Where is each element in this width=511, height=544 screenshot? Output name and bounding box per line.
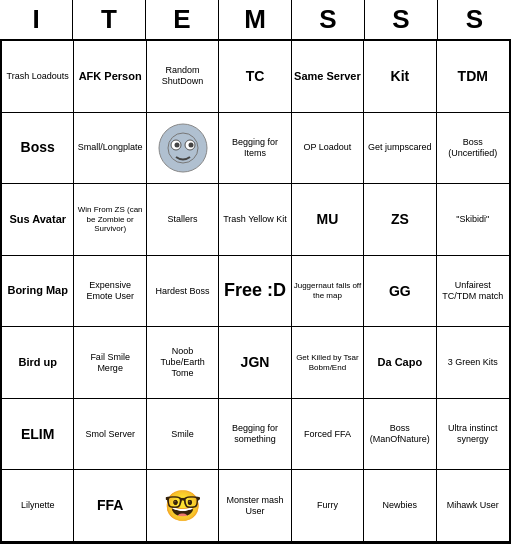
svg-point-0 bbox=[159, 124, 207, 172]
bingo-cell: Boring Map bbox=[2, 256, 74, 328]
header-letter: T bbox=[73, 0, 146, 39]
bingo-cell: FFA bbox=[74, 470, 146, 542]
bingo-cell: Trash Loadouts bbox=[2, 41, 74, 113]
bingo-cell: ZS bbox=[364, 184, 436, 256]
bingo-cell: Get jumpscared bbox=[364, 113, 436, 185]
bingo-cell: Noob Tube/Earth Tome bbox=[147, 327, 219, 399]
header-letter: S bbox=[292, 0, 365, 39]
bingo-header: ITEMSSS bbox=[0, 0, 511, 41]
svg-point-3 bbox=[174, 142, 179, 147]
bingo-cell: JGN bbox=[219, 327, 291, 399]
bingo-cell: GG bbox=[364, 256, 436, 328]
bingo-cell: Monster mash User bbox=[219, 470, 291, 542]
bingo-cell: Forced FFA bbox=[292, 399, 364, 471]
header-letter: E bbox=[146, 0, 219, 39]
bingo-cell: "Skibidi" bbox=[437, 184, 509, 256]
bingo-cell: Newbies bbox=[364, 470, 436, 542]
bingo-cell: 3 Green Kits bbox=[437, 327, 509, 399]
bingo-cell: Bird up bbox=[2, 327, 74, 399]
bingo-cell: Random ShutDown bbox=[147, 41, 219, 113]
bingo-cell: Free :D bbox=[219, 256, 291, 328]
svg-point-4 bbox=[188, 142, 193, 147]
bingo-cell: Kit bbox=[364, 41, 436, 113]
bingo-cell: Trash Yellow Kit bbox=[219, 184, 291, 256]
bingo-cell: Get Killed by Tsar Bobm/End bbox=[292, 327, 364, 399]
bingo-cell: Smol Server bbox=[74, 399, 146, 471]
bingo-cell bbox=[147, 113, 219, 185]
bingo-cell: Hardest Boss bbox=[147, 256, 219, 328]
bingo-cell: Expensive Emote User bbox=[74, 256, 146, 328]
bingo-cell: Mihawk User bbox=[437, 470, 509, 542]
header-letter: S bbox=[365, 0, 438, 39]
bingo-cell: Sus Avatar bbox=[2, 184, 74, 256]
bingo-cell: Fail Smile Merge bbox=[74, 327, 146, 399]
bingo-cell: OP Loadout bbox=[292, 113, 364, 185]
bingo-cell: Ultra instinct synergy bbox=[437, 399, 509, 471]
bingo-cell: Boss (Uncertified) bbox=[437, 113, 509, 185]
bingo-cell: Boss (ManOfNature) bbox=[364, 399, 436, 471]
bingo-cell: Smile bbox=[147, 399, 219, 471]
bingo-cell: Juggernaut falls off the map bbox=[292, 256, 364, 328]
bingo-cell: Win From ZS (can be Zombie or Survivor) bbox=[74, 184, 146, 256]
bingo-cell: Same Server bbox=[292, 41, 364, 113]
bingo-cell: MU bbox=[292, 184, 364, 256]
bingo-cell: TDM bbox=[437, 41, 509, 113]
bingo-cell: Unfairest TC/TDM match bbox=[437, 256, 509, 328]
bingo-cell: Stallers bbox=[147, 184, 219, 256]
bingo-cell: Begging for something bbox=[219, 399, 291, 471]
bingo-cell: Small/Longplate bbox=[74, 113, 146, 185]
bingo-cell: Furry bbox=[292, 470, 364, 542]
header-letter: I bbox=[0, 0, 73, 39]
bingo-cell: AFK Person bbox=[74, 41, 146, 113]
bingo-cell: 🤓 bbox=[147, 470, 219, 542]
bingo-cell: Da Capo bbox=[364, 327, 436, 399]
glasses-emoji: 🤓 bbox=[164, 488, 201, 524]
bingo-cell: TC bbox=[219, 41, 291, 113]
bingo-cell: Lilynette bbox=[2, 470, 74, 542]
bingo-cell: Begging for Items bbox=[219, 113, 291, 185]
bingo-cell: Boss bbox=[2, 113, 74, 185]
header-letter: M bbox=[219, 0, 292, 39]
bingo-grid: Trash LoadoutsAFK PersonRandom ShutDownT… bbox=[0, 41, 511, 544]
bingo-card: ITEMSSS Trash LoadoutsAFK PersonRandom S… bbox=[0, 0, 511, 544]
header-letter: S bbox=[438, 0, 511, 39]
bingo-cell: ELIM bbox=[2, 399, 74, 471]
